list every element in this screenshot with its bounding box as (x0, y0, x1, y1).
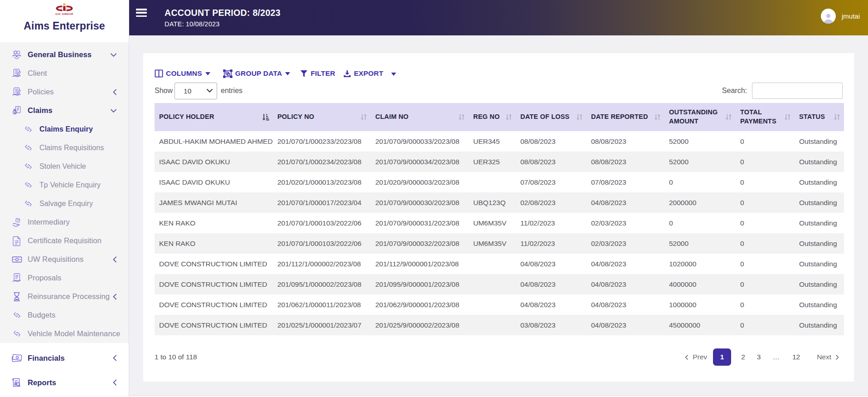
svg-text:$: $ (14, 111, 15, 114)
claims-table-head: POLICY HOLDER POLICY NO CLAIM NO REG NO … (155, 103, 844, 131)
sidebar-item-intermediary[interactable]: Intermediary (0, 213, 129, 231)
table-cell: 0 (736, 152, 795, 172)
sidebar-item-financials[interactable]: Financials (0, 346, 129, 370)
search-input[interactable] (752, 83, 843, 99)
table-row[interactable]: DOVE CONSTRUCTION LIMITED201/062/1/00001… (155, 294, 844, 315)
object-group-icon (223, 69, 233, 78)
table-row[interactable]: ABDUL-HAKIM MOHAMED AHMED201/070/1/00023… (155, 131, 844, 152)
sidebar-item-salvage-enquiry[interactable]: Salvage Enquiry (0, 194, 129, 213)
sidebar-item-label: Intermediary (28, 218, 70, 226)
sidebar-item-claims-requisitions[interactable]: Claims Requisitions (0, 138, 129, 157)
column-header-policy-holder[interactable]: POLICY HOLDER (155, 103, 273, 131)
column-header-date-reported[interactable]: DATE REPORTED (587, 103, 664, 131)
table-controls: Show 10 entries Search: (155, 82, 843, 99)
column-header-reg-no[interactable]: REG NO (469, 103, 516, 131)
sidebar-item-claims-enquiry[interactable]: Claims Enquiry (0, 120, 129, 138)
table-cell: 02/03/2023 (587, 213, 664, 233)
table-cell: 201/070/1/000103/2022/06 (273, 213, 371, 233)
table-cell: ABDUL-HAKIM MOHAMED AHMED (155, 131, 273, 152)
table-cell: 201/095/9/000001/2023/08 (371, 274, 469, 294)
table-row[interactable]: ISAAC DAVID OKUKU201/070/1/000234/2023/0… (155, 152, 844, 172)
export-options-caret[interactable] (391, 69, 396, 78)
sidebar-item-tp-vehicle-enquiry[interactable]: Tp Vehicle Enquiry (0, 176, 129, 194)
sidebar-item-label: Tp Vehicle Enquiry (39, 181, 101, 189)
page-button[interactable]: 12 (792, 353, 800, 361)
table-cell: Outstanding (795, 192, 844, 213)
table-cell: 201/070/1/000017/2023/04 (273, 192, 371, 213)
sidebar-item-reinsurance-processing[interactable]: Reinsurance Processing (0, 287, 129, 306)
sidebar-item-label: Financials (28, 354, 65, 363)
chevron-left-icon (113, 293, 117, 300)
table-row[interactable]: DOVE CONSTRUCTION LIMITED201/095/1/00000… (155, 274, 844, 294)
sidebar-item-client[interactable]: Client (0, 64, 129, 83)
table-row[interactable]: DOVE CONSTRUCTION LIMITED201/112/1/00000… (155, 254, 844, 274)
sidebar-item-label: Certificate Requisition (28, 236, 102, 245)
hand-parcel-icon (11, 216, 23, 228)
user-menu[interactable]: jmutai (821, 0, 860, 32)
sidebar-item-label: Claims Enquiry (39, 125, 93, 133)
topbar-titles: ACCOUNT PERIOD: 8/2023 DATE: 10/08/2023 (165, 8, 281, 28)
sidebar-item-label: UW Requisitions (28, 255, 83, 264)
chevron-down-icon (110, 53, 117, 57)
prev-page-button[interactable]: Prev (684, 353, 707, 361)
columns-button[interactable]: COLUMNS (155, 69, 210, 78)
sidebar-item-certificate-requisition[interactable]: Certificate Requisition (0, 231, 129, 250)
column-label: POLICY NO (277, 113, 314, 122)
sidebar-item-stolen-vehicle[interactable]: Stolen Vehicle (0, 157, 129, 176)
hamburger-menu-icon[interactable] (136, 9, 147, 17)
column-label: CLAIM NO (375, 113, 408, 122)
sidebar-item-vehicle-model-maintenance[interactable]: Vehicle Model Maintenance (0, 324, 129, 343)
table-row[interactable]: KEN RAKO201/070/1/000103/2022/06201/070/… (155, 233, 844, 254)
column-header-total-payments[interactable]: TOTAL PAYMENTS (736, 103, 795, 131)
double-diamond-icon (24, 200, 32, 207)
sidebar-item-uw-requisitions[interactable]: UW Requisitions (0, 250, 129, 269)
file-lines-icon (11, 235, 23, 247)
table-cell: 201/070/9/000030/2023/08 (371, 192, 469, 213)
table-row[interactable]: JAMES MWANGI MUTAI201/070/1/000017/2023/… (155, 192, 844, 213)
table-cell: Outstanding (795, 294, 844, 315)
main-area: COLUMNS GROUP DATA F (130, 35, 868, 397)
sort-both-icon (725, 113, 732, 121)
table-row[interactable]: KEN RAKO201/070/1/000103/2022/06201/070/… (155, 213, 844, 233)
double-diamond-icon (24, 125, 32, 133)
page-button-current[interactable]: 1 (713, 348, 731, 366)
group-data-button[interactable]: GROUP DATA (223, 69, 291, 78)
chevron-left-icon (113, 256, 117, 263)
page-size-select[interactable]: 10 (175, 83, 217, 99)
table-cell (469, 315, 516, 335)
column-header-date-of-loss[interactable]: DATE OF LOSS (516, 103, 587, 131)
table-cell: 0 (736, 213, 795, 233)
table-footer: 1 to 10 of 118 Prev 123…12 Next (155, 348, 843, 366)
table-cell: 201/062/1/000011/2023/08 (273, 294, 371, 315)
table-row[interactable]: DOVE CONSTRUCTION LIMITED201/025/1/00000… (155, 315, 844, 335)
sidebar-item-label: Budgets (28, 311, 55, 319)
page-button[interactable]: 3 (757, 353, 761, 361)
column-header-policy-no[interactable]: POLICY NO (273, 103, 371, 131)
sidebar-item-proposals[interactable]: Proposals (0, 269, 129, 287)
handshake-icon (11, 49, 23, 61)
table-cell: 11/02/2023 (516, 213, 587, 233)
table-row[interactable]: ISAAC DAVID OKUKU201/020/1/000013/2023/0… (155, 172, 844, 192)
table-cell: Outstanding (795, 131, 844, 152)
column-header-status[interactable]: STATUS (795, 103, 844, 131)
chevron-left-icon (113, 355, 117, 362)
export-button[interactable]: EXPORT (343, 69, 383, 78)
column-label: DATE REPORTED (591, 113, 648, 122)
table-cell (469, 274, 516, 294)
table-cell: UER325 (469, 152, 516, 172)
table-cell: DOVE CONSTRUCTION LIMITED (155, 254, 273, 274)
table-cell: ISAAC DAVID OKUKU (155, 172, 273, 192)
sidebar-item-claims[interactable]: $ Claims (0, 101, 129, 120)
sidebar-item-general-business[interactable]: General Business (0, 45, 129, 64)
page-button[interactable]: 2 (741, 353, 745, 361)
sidebar-item-budgets[interactable]: Budgets (0, 306, 129, 324)
table-cell: 07/08/2023 (587, 172, 664, 192)
table-cell: 45000000 (664, 315, 736, 335)
account-period-title: ACCOUNT PERIOD: 8/2023 (165, 8, 281, 18)
column-header-outstanding-amount[interactable]: OUTSTANDING AMOUNT (664, 103, 736, 131)
next-page-button[interactable]: Next (817, 353, 839, 361)
sidebar-item-policies[interactable]: Policies (0, 83, 129, 101)
sidebar-item-reports[interactable]: Reports (0, 370, 129, 395)
filter-button[interactable]: FILTER (300, 69, 335, 78)
column-header-claim-no[interactable]: CLAIM NO (371, 103, 469, 131)
